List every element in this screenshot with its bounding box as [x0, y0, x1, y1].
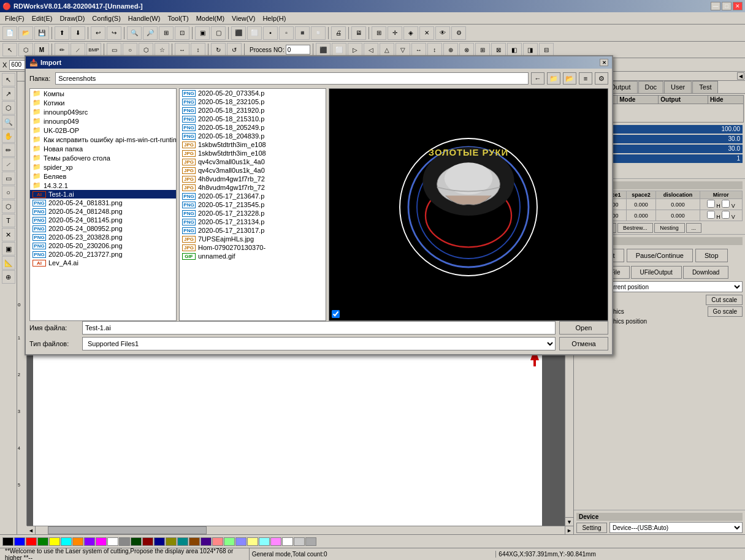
r-file-14[interactable]: PNG 2020-05-17_213545.p: [180, 200, 326, 209]
folder-icon-14: 📁: [32, 181, 41, 189]
folder-item-themes[interactable]: 📁 Темы рабочего стола: [30, 153, 176, 162]
r-name-5: 2020-05-18_205249.p: [198, 124, 264, 131]
file-item-png4[interactable]: PNG 2020-05-24_080952.png: [30, 224, 176, 233]
file-name-lev: Lev_A4.ai: [48, 259, 78, 267]
folder-item-uk02b[interactable]: 📁 UK-02B-OP: [30, 126, 176, 135]
folder-item-kotiki[interactable]: 📁 Котики: [30, 98, 176, 107]
r-file-13[interactable]: PNG 2020-05-17_213647.p: [180, 192, 326, 200]
cancel-button[interactable]: Отмена: [559, 337, 608, 350]
dialog-close-btn[interactable]: ✕: [600, 59, 608, 66]
r-file-16[interactable]: PNG 2020-05-17_213134.p: [180, 218, 326, 226]
file-ext-lev: AI: [32, 260, 46, 267]
folder-name-spider: spider_xp: [44, 164, 73, 171]
folder-name-14: 14.3.2.1: [44, 182, 68, 189]
r-file-4[interactable]: PNG 2020-05-18_215310.p: [180, 115, 326, 123]
folder-item-new[interactable]: 📁 Новая папка: [30, 144, 176, 153]
dialog-title-bar: 📥 Import ✕: [26, 56, 612, 69]
r-file-10[interactable]: JPG qv4cv3mall0us1k_4a0: [180, 166, 326, 175]
folder-item-14[interactable]: 📁 14.3.2.1: [30, 181, 176, 190]
file-ext-png2: PNG: [32, 208, 46, 215]
file-list-right[interactable]: PNG 2020-05-20_073354.p PNG 2020-05-18_2…: [179, 88, 326, 321]
file-name-png4: 2020-05-24_080952.png: [48, 225, 123, 232]
folder-item-kompy[interactable]: 📁 Компы: [30, 89, 176, 98]
filename-row: Имя файла: Open: [29, 321, 608, 335]
r-file-11[interactable]: JPG 4h8vudm4gw1f7rb_72: [180, 175, 326, 183]
r-file-9[interactable]: JPG qv4cv3mall0us1k_4a0: [180, 157, 326, 166]
folder-icon-new: 📁: [32, 145, 41, 153]
filetype-select[interactable]: Supported Files1: [82, 337, 556, 350]
folder-icon-innounp049: 📁: [32, 117, 41, 125]
r-ext-17: PNG: [182, 227, 196, 234]
folder-item-innounp049src[interactable]: 📁 innounp049src: [30, 107, 176, 116]
folder-name-kotiki: Котики: [44, 99, 64, 107]
r-file-2[interactable]: PNG 2020-05-18_232105.p: [180, 97, 326, 106]
file-item-lev-ai[interactable]: AI Lev_A4.ai: [30, 259, 176, 267]
preview-svg: ЗОЛОТЫЕ РУКИ: [383, 113, 554, 284]
r-ext-3: PNG: [182, 107, 196, 114]
file-name-png5: 2020-05-23_203828.png: [48, 233, 123, 241]
folder-name-themes: Темы рабочего стола: [44, 154, 110, 162]
dialog-more-btn[interactable]: ⚙: [595, 72, 608, 85]
folder-item-spider[interactable]: 📁 spider_xp: [30, 162, 176, 172]
file-item-png5[interactable]: PNG 2020-05-23_203828.png: [30, 233, 176, 241]
r-file-5[interactable]: PNG 2020-05-18_205249.p: [180, 123, 326, 132]
r-name-13: 2020-05-17_213647.p: [198, 192, 264, 200]
r-file-19[interactable]: JPG Hom-0790270130370-: [180, 243, 326, 252]
r-ext-4: PNG: [182, 116, 196, 123]
r-file-8[interactable]: JPG 1skbw5tdtrth3im_e108: [180, 149, 326, 157]
scroll-indicator: [30, 267, 176, 272]
file-item-png7[interactable]: PNG 2020-05-20_213727.png: [30, 250, 176, 259]
folder-item-belyaev[interactable]: 📁 Беляев: [30, 172, 176, 181]
file-ext-png3: PNG: [32, 217, 46, 224]
r-ext-20: GIF: [182, 253, 196, 260]
r-file-12[interactable]: JPG 4h8vudm4gw1f7rb_72: [180, 183, 326, 192]
r-name-7: 1skbw5tdtrth3im_e108: [198, 141, 266, 148]
r-file-15[interactable]: PNG 2020-05-17_213228.p: [180, 209, 326, 218]
folder-icon-kotiki: 📁: [32, 99, 41, 107]
r-file-1[interactable]: PNG 2020-05-20_073354.p: [180, 89, 326, 97]
r-file-20[interactable]: GIF unnamed.gif: [180, 252, 326, 260]
dialog-back-btn[interactable]: ←: [531, 72, 544, 85]
folder-name-new: Новая папка: [44, 145, 83, 153]
r-name-11: 4h8vudm4gw1f7rb_72: [198, 175, 265, 183]
file-item-png2[interactable]: PNG 2020-05-24_081248.png: [30, 207, 176, 216]
dialog-title-text: Import: [40, 59, 61, 66]
r-name-12: 4h8vudm4gw1f7rb_72: [198, 184, 265, 191]
r-name-17: 2020-05-17_213017.p: [198, 227, 264, 234]
r-name-6: 2020-05-18_204839.p: [198, 132, 264, 140]
file-item-test1-ai[interactable]: AI Test-1.ai: [30, 190, 176, 199]
folder-name-api: Как исправить ошибку api-ms-win-crt-runt…: [44, 136, 177, 143]
r-ext-12: JPG: [182, 184, 196, 191]
preview-image-area: ЗОЛОТЫЕ РУКИ: [329, 89, 608, 308]
file-name-png3: 2020-05-24_081145.png: [48, 216, 123, 224]
preview-checkbox[interactable]: [332, 310, 340, 318]
dialog-new-folder-btn[interactable]: 📂: [563, 72, 576, 85]
r-file-6[interactable]: PNG 2020-05-18_204839.p: [180, 132, 326, 140]
file-item-png3[interactable]: PNG 2020-05-24_081145.png: [30, 216, 176, 224]
open-button[interactable]: Open: [559, 321, 608, 335]
file-list-left[interactable]: 📁 Компы 📁 Котики 📁 innounp049src 📁: [29, 88, 177, 321]
dialog-up-btn[interactable]: 📁: [547, 72, 560, 85]
dialog-view-btn[interactable]: ≡: [579, 72, 592, 85]
folder-name-innounp049: innounp049: [44, 118, 79, 125]
folder-input[interactable]: [55, 72, 529, 85]
r-name-2: 2020-05-18_232105.p: [198, 98, 264, 105]
file-item-png6[interactable]: PNG 2020-05-20_230206.png: [30, 241, 176, 250]
folder-item-innounp049[interactable]: 📁 innounp049: [30, 116, 176, 126]
file-item-png1[interactable]: PNG 2020-05-24_081831.png: [30, 199, 176, 207]
r-file-3[interactable]: PNG 2020-05-18_231920.p: [180, 106, 326, 115]
r-name-18: 7UPSEajmHLs.jpg: [198, 235, 254, 243]
filename-input[interactable]: [82, 321, 556, 335]
r-file-17[interactable]: PNG 2020-05-17_213017.p: [180, 226, 326, 235]
folder-item-api[interactable]: 📁 Как исправить ошибку api-ms-win-crt-ru…: [30, 135, 176, 144]
file-ext-png7: PNG: [32, 251, 46, 258]
r-name-19: Hom-0790270130370-: [198, 244, 266, 251]
r-ext-19: JPG: [182, 244, 196, 251]
filename-label: Имя файла:: [29, 324, 78, 331]
r-file-7[interactable]: JPG 1skbw5tdtrth3im_e108: [180, 140, 326, 149]
r-ext-9: JPG: [182, 159, 196, 165]
r-file-18[interactable]: JPG 7UPSEajmHLs.jpg: [180, 235, 326, 243]
file-name-test1: Test-1.ai: [48, 191, 74, 198]
r-ext-5: PNG: [182, 124, 196, 131]
file-name-png1: 2020-05-24_081831.png: [48, 199, 123, 206]
